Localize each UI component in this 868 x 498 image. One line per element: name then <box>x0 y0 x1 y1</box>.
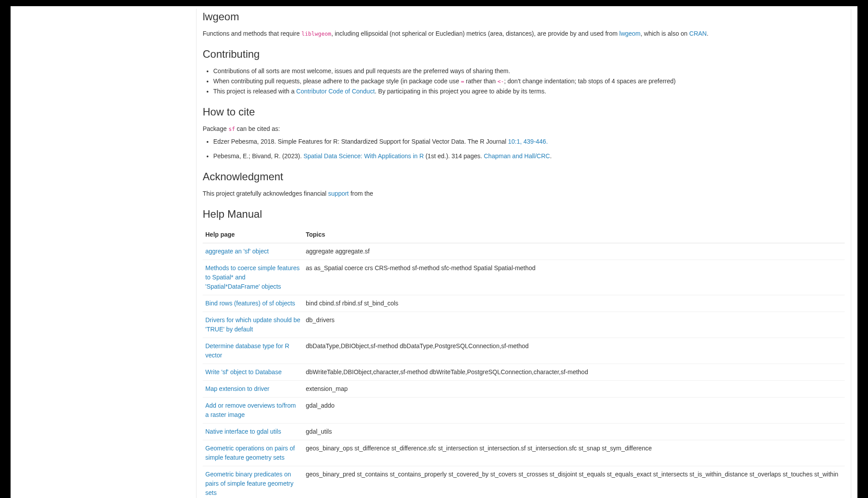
link-publisher[interactable]: Chapman and Hall/CRC <box>484 152 550 160</box>
col-header-topics: Topics <box>303 227 845 243</box>
list-item: Pebesma, E.; Bivand, R. (2023). Spatial … <box>213 152 845 161</box>
text: . <box>707 30 708 37</box>
heading-how-to-cite: How to cite <box>203 104 845 120</box>
cite-intro: Package sf can be cited as: <box>203 124 845 134</box>
help-page-link[interactable]: Methods to coerce simple features to Spa… <box>205 264 300 290</box>
topics-cell: gdal_utils <box>303 424 845 440</box>
link-cran[interactable]: CRAN <box>689 30 707 37</box>
text: . By participating in this project you a… <box>375 88 546 95</box>
text: from the <box>349 190 373 197</box>
topics-cell: geos_binary_ops st_difference st_differe… <box>303 440 845 466</box>
col-header-help-page: Help page <box>203 227 303 243</box>
table-row: Determine database type for R vectordbDa… <box>203 338 845 364</box>
main-content: lwgeom Functions and methods that requir… <box>196 9 851 498</box>
link-support[interactable]: support <box>328 190 349 197</box>
text: ; don't change indentation; tab stops of… <box>504 78 675 85</box>
text: (1st ed.). 314 pages. <box>424 152 484 160</box>
text: rather than <box>464 78 497 85</box>
code-arrow: <- <box>497 78 504 85</box>
link-sds-book[interactable]: Spatial Data Science: With Applications … <box>304 152 424 160</box>
heading-acknowledgment: Acknowledgment <box>203 169 845 185</box>
table-row: Write 'sf' object to DatabasedbWriteTabl… <box>203 364 845 381</box>
help-page-link[interactable]: Determine database type for R vector <box>205 342 289 359</box>
help-page-link[interactable]: Geometric operations on pairs of simple … <box>205 445 295 461</box>
heading-lwgeom: lwgeom <box>203 9 845 25</box>
topics-cell: extension_map <box>303 381 845 398</box>
help-page-link[interactable]: Drivers for which update should be 'TRUE… <box>205 316 300 333</box>
link-rjournal[interactable]: 10:1, 439-446. <box>508 138 548 145</box>
citation-list: Edzer Pebesma, 2018. Simple Features for… <box>203 137 845 161</box>
topics-cell: geos_binary_pred st_contains st_contains… <box>303 466 845 498</box>
page-viewport: lwgeom Functions and methods that requir… <box>11 6 857 498</box>
text: This project gratefully acknowledges fin… <box>203 190 328 197</box>
topics-cell: aggregate aggregate.sf <box>303 243 845 260</box>
text: , which is also on <box>641 30 690 37</box>
table-row: Bind rows (features) of sf objectsbind c… <box>203 295 845 312</box>
help-page-link[interactable]: Map extension to driver <box>205 385 270 392</box>
topics-cell: bind cbind.sf rbind.sf st_bind_cols <box>303 295 845 312</box>
code-sf: sf <box>228 126 235 132</box>
topics-cell: dbWriteTable,DBIObject,character,sf-meth… <box>303 364 845 381</box>
text: When contributing pull requests, please … <box>213 78 461 85</box>
help-page-link[interactable]: Write 'sf' object to Database <box>205 368 282 375</box>
table-row: aggregate an 'sf' objectaggregate aggreg… <box>203 243 845 260</box>
table-row: Native interface to gdal utilsgdal_utils <box>203 424 845 440</box>
link-code-of-conduct[interactable]: Contributor Code of Conduct <box>296 88 375 95</box>
help-page-link[interactable]: Geometric binary predicates on pairs of … <box>205 471 293 496</box>
table-row: Map extension to driverextension_map <box>203 381 845 398</box>
help-page-link[interactable]: Bind rows (features) of sf objects <box>205 300 295 307</box>
text: Package <box>203 125 228 132</box>
text: Functions and methods that require <box>203 30 301 37</box>
text: , including ellipsoidal (not spherical o… <box>331 30 619 37</box>
help-manual-table: Help page Topics aggregate an 'sf' objec… <box>203 227 845 498</box>
topics-cell: dbDataType,DBIObject,sf-method dbDataTyp… <box>303 338 845 364</box>
help-page-link[interactable]: Native interface to gdal utils <box>205 428 281 435</box>
table-row: Geometric binary predicates on pairs of … <box>203 466 845 498</box>
topics-cell: gdal_addo <box>303 398 845 424</box>
text: . <box>550 152 552 160</box>
code-liblwgeom: liblwgeom <box>301 30 331 37</box>
link-lwgeom[interactable]: lwgeom <box>619 30 641 37</box>
contributing-list: Contributions of all sorts are most welc… <box>203 67 845 96</box>
text: This project is released with a <box>213 88 296 95</box>
list-item: This project is released with a Contribu… <box>213 87 845 96</box>
ack-paragraph: This project gratefully acknowledges fin… <box>203 189 845 198</box>
table-row: Drivers for which update should be 'TRUE… <box>203 312 845 338</box>
text: can be cited as: <box>235 125 280 132</box>
text: Edzer Pebesma, 2018. Simple Features for… <box>213 138 508 145</box>
topics-cell: as as_Spatial coerce crs CRS-method sf-m… <box>303 260 845 295</box>
text: Pebesma, E.; Bivand, R. (2023). <box>213 152 304 160</box>
help-page-link[interactable]: Add or remove overviews to/from a raster… <box>205 402 296 418</box>
table-row: Geometric operations on pairs of simple … <box>203 440 845 466</box>
list-item: Contributions of all sorts are most welc… <box>213 67 845 76</box>
table-row: Add or remove overviews to/from a raster… <box>203 398 845 424</box>
table-row: Methods to coerce simple features to Spa… <box>203 260 845 295</box>
list-item: When contributing pull requests, please … <box>213 77 845 86</box>
topics-cell: db_drivers <box>303 312 845 338</box>
lwgeom-paragraph: Functions and methods that require liblw… <box>203 29 845 38</box>
heading-help-manual: Help Manual <box>203 206 845 222</box>
list-item: Edzer Pebesma, 2018. Simple Features for… <box>213 137 845 146</box>
heading-contributing: Contributing <box>203 46 845 62</box>
help-page-link[interactable]: aggregate an 'sf' object <box>205 248 269 255</box>
